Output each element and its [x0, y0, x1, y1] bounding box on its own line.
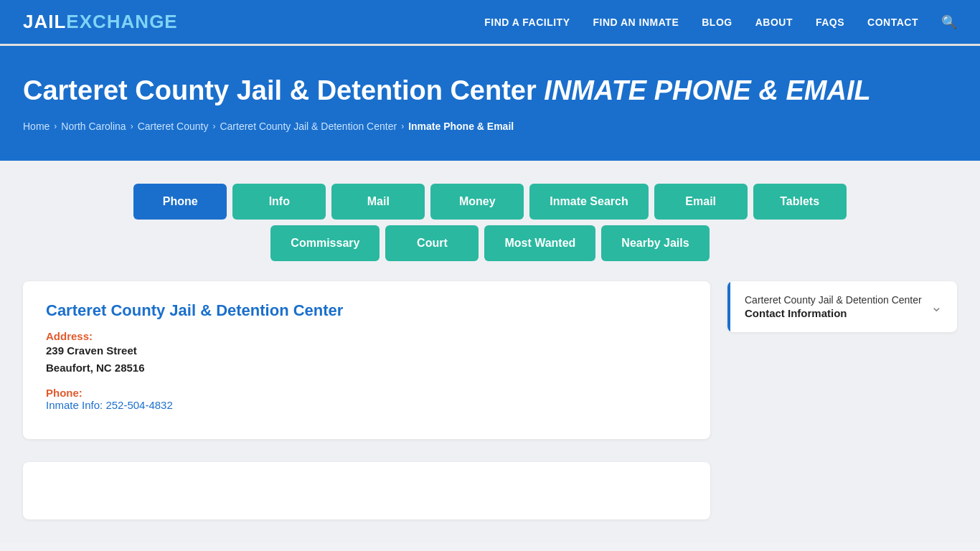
- tab-info[interactable]: Info: [232, 184, 326, 220]
- logo-exchange: EXCHANGE: [66, 11, 177, 33]
- facility-name-heading: Carteret County Jail & Detention Center: [46, 301, 687, 320]
- address-label: Address:: [46, 330, 687, 342]
- nav-links: FIND A FACILITY FIND AN INMATE BLOG ABOU…: [484, 14, 957, 30]
- tab-tablets[interactable]: Tablets: [753, 184, 847, 220]
- breadcrumb-sep-2: ›: [131, 121, 133, 131]
- tab-email[interactable]: Email: [654, 184, 748, 220]
- breadcrumb-facility[interactable]: Carteret County Jail & Detention Center: [220, 121, 397, 132]
- sidebar-card-header[interactable]: Carteret County Jail & Detention Center …: [727, 281, 957, 332]
- tab-phone[interactable]: Phone: [133, 184, 227, 220]
- logo-jail: JAIL: [23, 11, 66, 33]
- breadcrumb-state[interactable]: North Carolina: [61, 121, 126, 132]
- nav-about[interactable]: ABOUT: [755, 17, 793, 28]
- tabs-row-1: Phone Info Mail Money Inmate Search Emai…: [23, 184, 957, 220]
- nav-find-facility[interactable]: FIND A FACILITY: [484, 17, 570, 28]
- nav-find-inmate[interactable]: FIND AN INMATE: [593, 17, 679, 28]
- breadcrumb-sep-3: ›: [212, 121, 215, 131]
- facility-info-card: Carteret County Jail & Detention Center …: [23, 281, 710, 439]
- sidebar-contact-info-label: Contact Information: [745, 307, 922, 319]
- breadcrumb-sep-1: ›: [54, 121, 57, 131]
- address-line-2: Beaufort, NC 28516: [46, 359, 687, 377]
- nav-contact[interactable]: CONTACT: [867, 17, 918, 28]
- search-icon[interactable]: 🔍: [941, 14, 957, 30]
- tab-inmate-search[interactable]: Inmate Search: [529, 184, 648, 220]
- sidebar-facility-name: Carteret County Jail & Detention Center: [745, 294, 922, 306]
- logo[interactable]: JAILEXCHANGE: [23, 11, 178, 33]
- tab-money[interactable]: Money: [430, 184, 524, 220]
- address-line-1: 239 Craven Street: [46, 342, 687, 359]
- navbar: JAILEXCHANGE FIND A FACILITY FIND AN INM…: [0, 0, 980, 46]
- breadcrumb-sep-4: ›: [401, 121, 404, 131]
- breadcrumb-county[interactable]: Carteret County: [138, 121, 209, 132]
- breadcrumb-current: Inmate Phone & Email: [408, 121, 514, 132]
- nav-faqs[interactable]: FAQs: [816, 17, 844, 28]
- breadcrumb-home[interactable]: Home: [23, 121, 50, 132]
- page-title: Carteret County Jail & Detention Center …: [23, 75, 957, 108]
- sidebar-card: Carteret County Jail & Detention Center …: [727, 281, 957, 332]
- tab-court[interactable]: Court: [385, 225, 479, 261]
- tabs-row-2: Commissary Court Most Wanted Nearby Jail…: [23, 225, 957, 261]
- title-subtitle: INMATE PHONE & EMAIL: [544, 75, 870, 105]
- chevron-down-icon: ⌄: [930, 298, 943, 315]
- tab-commissary[interactable]: Commissary: [270, 225, 380, 261]
- tab-nearby-jails[interactable]: Nearby Jails: [601, 225, 709, 261]
- title-main: Carteret County Jail & Detention Center: [23, 75, 537, 105]
- nav-blog[interactable]: BLOG: [702, 17, 732, 28]
- main-content: Phone Info Mail Money Inmate Search Emai…: [0, 161, 980, 542]
- tab-mail[interactable]: Mail: [331, 184, 425, 220]
- hero-section: Carteret County Jail & Detention Center …: [0, 46, 980, 161]
- breadcrumb: Home › North Carolina › Carteret County …: [23, 121, 957, 132]
- sidebar-title-block: Carteret County Jail & Detention Center …: [745, 294, 922, 319]
- info-section: Carteret County Jail & Detention Center …: [23, 281, 957, 519]
- secondary-info-card: [23, 462, 710, 519]
- phone-label: Phone:: [46, 387, 687, 399]
- phone-link[interactable]: Inmate Info: 252-504-4832: [46, 399, 173, 411]
- tab-most-wanted[interactable]: Most Wanted: [484, 225, 595, 261]
